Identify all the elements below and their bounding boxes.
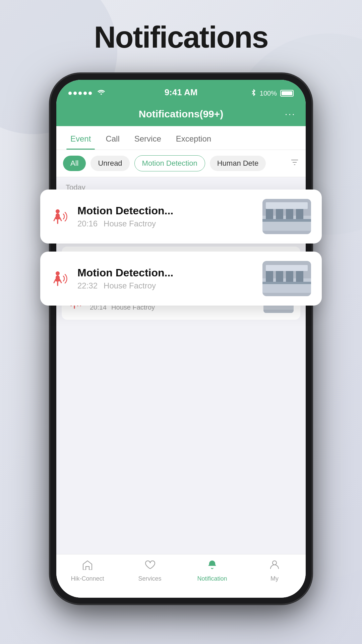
- floating-card-2-location: House Factroy: [104, 281, 156, 290]
- floating-card-1-thumbnail: [262, 199, 311, 234]
- filter-icon[interactable]: [290, 158, 299, 169]
- motion-icon-1: [51, 207, 69, 226]
- bell-icon: [207, 560, 218, 573]
- tab-service[interactable]: Service: [127, 126, 169, 150]
- svg-rect-35: [276, 270, 283, 282]
- svg-rect-39: [266, 265, 308, 271]
- chip-human-detection[interactable]: Human Dete: [210, 156, 266, 171]
- floating-card-2-thumbnail: [262, 261, 311, 296]
- floating-card-1-time: 20:16: [77, 219, 98, 228]
- wifi-icon: [97, 89, 105, 98]
- tab-bar-my-label: My: [270, 575, 279, 582]
- chip-all[interactable]: All: [63, 156, 86, 171]
- svg-rect-30: [266, 202, 308, 209]
- tab-bar-services[interactable]: Services: [119, 560, 181, 582]
- svg-rect-38: [262, 282, 311, 284]
- chip-unread[interactable]: Unread: [90, 156, 129, 171]
- svg-rect-28: [296, 207, 303, 220]
- motion-icon-2: [51, 269, 69, 288]
- phone-screen: 9:41 AM 100% Notifications(99+) ···: [56, 80, 306, 598]
- floating-card-2[interactable]: Motion Detection... 22:32 House Factroy: [40, 252, 322, 306]
- tab-call[interactable]: Call: [98, 126, 127, 150]
- tab-bar-hik-connect-label: Hik-Connect: [71, 575, 104, 582]
- svg-point-21: [273, 561, 277, 565]
- floating-card-1-title: Motion Detection...: [77, 205, 254, 217]
- tab-bar-services-label: Services: [138, 575, 161, 582]
- tab-bar-my[interactable]: My: [243, 560, 306, 582]
- bluetooth-icon: [251, 89, 256, 98]
- filter-chips: All Unread Motion Detection Human Dete: [56, 150, 306, 177]
- svg-rect-34: [266, 270, 273, 282]
- page-title: Notifications: [0, 20, 362, 55]
- heart-icon: [144, 560, 155, 573]
- main-tabs: Event Call Service Exception: [56, 126, 306, 150]
- svg-point-31: [56, 271, 60, 275]
- header-title: Notifications(99+): [139, 108, 224, 120]
- status-time: 9:41 AM: [165, 87, 198, 98]
- svg-rect-27: [286, 207, 293, 220]
- floating-card-2-time: 22:32: [77, 281, 98, 290]
- floating-card-1-info: Motion Detection... 20:16 House Factroy: [77, 205, 254, 228]
- floating-card-1[interactable]: Motion Detection... 20:16 House Factroy: [40, 190, 322, 244]
- svg-rect-25: [266, 207, 273, 220]
- tab-event[interactable]: Event: [63, 126, 98, 150]
- phone-mockup: 9:41 AM 100% Notifications(99+) ···: [50, 74, 312, 604]
- tab-bar-notification-label: Notification: [197, 575, 227, 582]
- header-menu-button[interactable]: ···: [285, 109, 296, 119]
- status-bar: 9:41 AM 100%: [56, 80, 306, 103]
- tab-bar-notification[interactable]: Notification: [181, 560, 243, 582]
- battery-percentage: 100%: [260, 90, 277, 97]
- svg-rect-29: [262, 219, 311, 222]
- tab-bar-hik-connect[interactable]: Hik-Connect: [56, 560, 119, 582]
- tab-exception[interactable]: Exception: [169, 126, 219, 150]
- svg-rect-26: [276, 207, 283, 220]
- floating-card-2-info: Motion Detection... 22:32 House Factroy: [77, 267, 254, 290]
- battery-icon: [280, 90, 294, 97]
- home-icon: [82, 560, 93, 573]
- floating-card-2-title: Motion Detection...: [77, 267, 254, 279]
- svg-point-22: [56, 209, 60, 213]
- svg-rect-36: [286, 270, 293, 282]
- tab-bar: Hik-Connect Services Notification: [56, 554, 306, 598]
- svg-rect-37: [296, 270, 303, 282]
- floating-card-1-location: House Factroy: [104, 219, 156, 228]
- app-header: Notifications(99+) ···: [56, 103, 306, 126]
- chip-motion-detection[interactable]: Motion Detection: [134, 155, 205, 171]
- person-icon: [269, 560, 280, 573]
